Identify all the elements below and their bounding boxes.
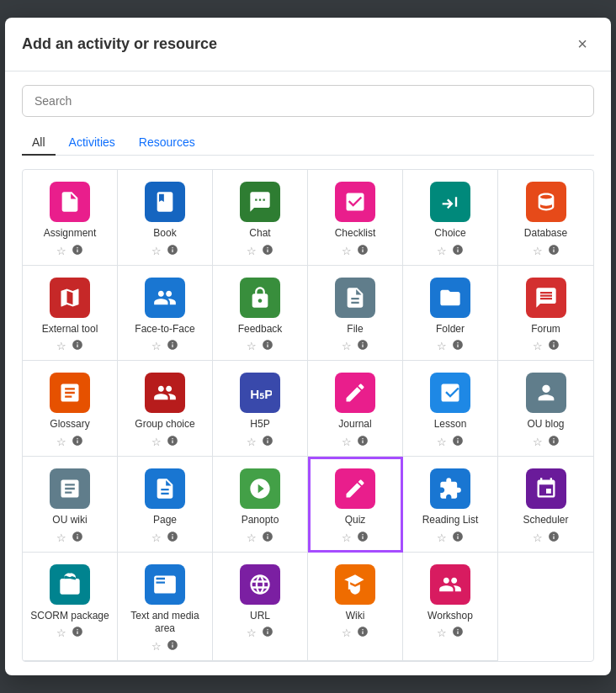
activity-item-scheduler[interactable]: Scheduler☆ (498, 457, 593, 553)
activity-item-lesson[interactable]: Lesson☆ (403, 361, 498, 457)
info-icon[interactable] (452, 531, 464, 545)
info-icon[interactable] (72, 435, 83, 449)
star-icon[interactable]: ☆ (437, 532, 447, 544)
info-icon[interactable] (548, 244, 560, 258)
activity-item-ou-wiki[interactable]: OU wiki☆ (23, 457, 118, 553)
tab-activities[interactable]: Activities (59, 130, 125, 156)
star-icon[interactable]: ☆ (247, 627, 257, 639)
star-icon[interactable]: ☆ (151, 532, 162, 544)
info-icon[interactable] (167, 531, 178, 545)
activity-item-workshop[interactable]: Workshop☆ (403, 553, 498, 661)
activity-item-external-tool[interactable]: External tool☆ (23, 266, 118, 362)
activity-item-h5p[interactable]: H₅PH5P☆ (213, 361, 308, 457)
info-icon[interactable] (262, 244, 273, 258)
star-icon[interactable]: ☆ (342, 245, 352, 257)
star-icon[interactable]: ☆ (151, 340, 162, 352)
info-icon[interactable] (262, 435, 273, 449)
forum-icon (526, 278, 566, 318)
star-icon[interactable]: ☆ (437, 627, 447, 639)
info-icon[interactable] (167, 244, 178, 258)
activity-name: H5P (250, 418, 269, 431)
activity-name: Page (153, 514, 177, 527)
activity-item-face-to-face[interactable]: Face-to-Face☆ (118, 266, 213, 362)
info-icon[interactable] (262, 626, 273, 640)
star-icon[interactable]: ☆ (247, 340, 257, 352)
activity-item-chat[interactable]: Chat☆ (213, 170, 308, 266)
info-icon[interactable] (452, 435, 464, 449)
activity-item-file[interactable]: File☆ (308, 266, 403, 362)
activity-item-book[interactable]: Book☆ (118, 170, 213, 266)
star-icon[interactable]: ☆ (56, 340, 66, 352)
close-button[interactable]: × (571, 31, 594, 57)
activity-item-folder[interactable]: Folder☆ (403, 266, 498, 362)
activity-item-text-media[interactable]: Text and media area☆ (118, 553, 213, 661)
activity-item-feedback[interactable]: Feedback☆ (213, 266, 308, 362)
info-icon[interactable] (357, 531, 369, 545)
activity-item-scorm[interactable]: SCORM package☆ (23, 553, 118, 661)
star-icon[interactable]: ☆ (342, 532, 352, 544)
search-input[interactable] (22, 85, 594, 117)
activity-item-glossary[interactable]: Glossary☆ (23, 361, 118, 457)
activity-item-database[interactable]: Database☆ (498, 170, 593, 266)
activity-item-checklist[interactable]: Checklist☆ (308, 170, 403, 266)
star-icon[interactable]: ☆ (533, 532, 543, 544)
info-icon[interactable] (452, 339, 464, 353)
activity-name: URL (250, 610, 270, 623)
star-icon[interactable]: ☆ (151, 436, 162, 448)
star-icon[interactable]: ☆ (247, 436, 257, 448)
activity-item-assignment[interactable]: Assignment☆ (23, 170, 118, 266)
info-icon[interactable] (548, 339, 560, 353)
info-icon[interactable] (357, 339, 369, 353)
book-icon (145, 182, 185, 222)
info-icon[interactable] (167, 435, 178, 449)
star-icon[interactable]: ☆ (151, 245, 162, 257)
info-icon[interactable] (262, 531, 273, 545)
star-icon[interactable]: ☆ (151, 640, 162, 653)
info-icon[interactable] (167, 339, 178, 353)
info-icon[interactable] (357, 626, 369, 640)
activity-item-reading-list[interactable]: Reading List☆ (403, 457, 498, 553)
info-icon[interactable] (72, 244, 83, 258)
star-icon[interactable]: ☆ (533, 340, 543, 352)
activity-item-ou-blog[interactable]: OU blog☆ (498, 361, 593, 457)
info-icon[interactable] (357, 435, 369, 449)
activity-item-journal[interactable]: Journal☆ (308, 361, 403, 457)
feedback-icon (240, 278, 280, 318)
activity-item-wiki[interactable]: Wiki☆ (308, 553, 403, 661)
star-icon[interactable]: ☆ (437, 245, 447, 257)
star-icon[interactable]: ☆ (533, 245, 543, 257)
activity-item-choice[interactable]: Choice☆ (403, 170, 498, 266)
star-icon[interactable]: ☆ (342, 627, 352, 639)
activity-item-group-choice[interactable]: Group choice☆ (118, 361, 213, 457)
star-icon[interactable]: ☆ (247, 532, 257, 544)
star-icon[interactable]: ☆ (437, 340, 447, 352)
star-icon[interactable]: ☆ (247, 245, 257, 257)
info-icon[interactable] (452, 244, 464, 258)
info-icon[interactable] (72, 531, 83, 545)
star-icon[interactable]: ☆ (56, 532, 66, 544)
star-icon[interactable]: ☆ (56, 436, 66, 448)
activity-item-forum[interactable]: Forum☆ (498, 266, 593, 362)
activity-item-panopto[interactable]: Panopto☆ (213, 457, 308, 553)
group-choice-icon (145, 373, 185, 413)
star-icon[interactable]: ☆ (56, 627, 66, 639)
info-icon[interactable] (548, 531, 560, 545)
star-icon[interactable]: ☆ (342, 340, 352, 352)
activity-item-quiz[interactable]: Quiz☆ (308, 457, 403, 553)
info-icon[interactable] (357, 244, 369, 258)
info-icon[interactable] (167, 639, 178, 653)
info-icon[interactable] (262, 339, 273, 353)
star-icon[interactable]: ☆ (437, 436, 447, 448)
info-icon[interactable] (452, 626, 464, 640)
star-icon[interactable]: ☆ (342, 436, 352, 448)
activity-item-url[interactable]: URL☆ (213, 553, 308, 661)
tab-all[interactable]: All (22, 130, 56, 156)
tab-resources[interactable]: Resources (129, 130, 205, 156)
star-icon[interactable]: ☆ (56, 245, 66, 257)
info-icon[interactable] (72, 339, 83, 353)
activity-name: Lesson (434, 418, 467, 431)
star-icon[interactable]: ☆ (533, 436, 543, 448)
activity-item-page[interactable]: Page☆ (118, 457, 213, 553)
info-icon[interactable] (548, 435, 560, 449)
info-icon[interactable] (72, 626, 83, 640)
